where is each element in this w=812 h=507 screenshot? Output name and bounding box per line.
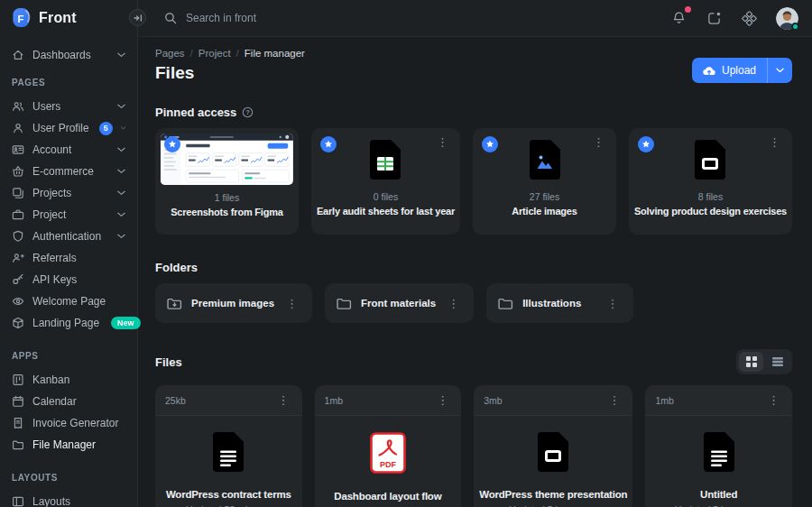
folder-card-illustrations[interactable]: Illustrations ⋮ (486, 283, 632, 323)
bell-icon (671, 11, 687, 26)
pinned-card-article-images[interactable]: ⋮ 27 files Article images (473, 128, 616, 235)
google-slides-icon (538, 432, 568, 472)
brand-logo[interactable]: F Front (0, 8, 137, 28)
sidebar-item-label: User Profile (32, 122, 89, 134)
briefcase-icon (12, 208, 24, 221)
notifications-button[interactable] (670, 10, 687, 26)
card-menu-button[interactable]: ⋮ (434, 134, 451, 150)
card-menu-button[interactable]: ⋮ (766, 134, 783, 150)
sidebar-item-kanban[interactable]: Kanban (0, 369, 137, 391)
search-input[interactable] (186, 12, 384, 24)
file-title: Dashboard layout flow (328, 491, 447, 502)
sidebar-item-projects[interactable]: Projects (0, 182, 137, 204)
main-content: Pages / Project / File manager Files Upl… (138, 36, 812, 507)
file-size: 3mb (484, 395, 502, 406)
file-menu-button[interactable]: ⋮ (275, 392, 292, 408)
global-search[interactable] (164, 12, 384, 24)
sidebar-item-label: E-commerce (32, 165, 94, 178)
upload-split-button: Upload (692, 58, 792, 83)
breadcrumb-project[interactable]: Project (198, 48, 231, 59)
sidebar-item-landing-page[interactable]: Landing Page New (0, 312, 137, 334)
image-file-icon (530, 140, 560, 180)
chevron-down-icon (117, 212, 125, 217)
folders-grid: Premium images ⋮ Front materials ⋮ Illus… (155, 283, 792, 323)
sidebar-item-label: Calendar (32, 395, 77, 408)
folder-icon (12, 438, 24, 451)
pin-star-badge[interactable] (638, 136, 654, 152)
chevron-down-icon (117, 52, 125, 58)
sidebar-item-api-keys[interactable]: API Keys (0, 269, 137, 290)
upload-button[interactable]: Upload (692, 58, 767, 83)
grid-view-button[interactable] (739, 352, 763, 372)
people-icon (12, 100, 24, 113)
pinned-card-audit-sheets[interactable]: ⋮ 0 files Early audit sheets for last ye… (311, 128, 460, 235)
chevron-down-icon (117, 190, 125, 196)
top-navbar: F Front (0, 0, 812, 36)
list-view-button[interactable] (765, 352, 789, 372)
folder-card-front-materials[interactable]: Front materials ⋮ (325, 283, 474, 323)
file-title: WordPress contract terms (161, 489, 297, 500)
pinned-card-design-exercises[interactable]: ⋮ 8 files Solving product design exercis… (629, 128, 792, 235)
pin-star-badge[interactable] (482, 136, 498, 152)
sidebar-item-account[interactable]: Account (0, 139, 137, 161)
activity-stream-button[interactable] (706, 10, 722, 26)
sidebar-item-label: Invoice Generator (32, 417, 118, 429)
folder-menu-button[interactable]: ⋮ (445, 296, 462, 311)
folder-menu-button[interactable]: ⋮ (283, 296, 300, 311)
apps-launcher-button[interactable] (741, 10, 757, 26)
calendar-icon (12, 395, 24, 408)
sidebar-item-ecommerce[interactable]: E-commerce (0, 161, 137, 182)
sidebar-item-layouts[interactable]: Layouts (0, 491, 137, 507)
star-icon (641, 140, 651, 149)
folder-name: Premium images (191, 298, 274, 309)
breadcrumb-pages[interactable]: Pages (155, 48, 185, 59)
layout-icon (12, 495, 24, 507)
file-card-theme-presentation[interactable]: 3mb ⋮ WordPress theme presentation Updat… (474, 385, 632, 507)
file-menu-button[interactable]: ⋮ (765, 392, 782, 408)
sidebar-item-authentication[interactable]: Authentication (0, 226, 137, 247)
sidebar-item-label: Landing Page (32, 317, 99, 329)
file-menu-button[interactable]: ⋮ (434, 392, 451, 408)
sidebar-section-pages: PAGES (0, 78, 137, 88)
folder-name: Front materials (361, 298, 436, 309)
help-icon[interactable]: ? (242, 106, 254, 118)
file-card-untitled[interactable]: 1mb ⋮ Untitled Updated 5 hours ago (645, 385, 792, 507)
folder-download-icon (167, 297, 182, 310)
pdf-file-icon: PDF (370, 432, 406, 474)
sidebar-item-file-manager[interactable]: File Manager (0, 434, 137, 456)
sidebar-item-project[interactable]: Project (0, 204, 137, 226)
app-indicator-icon (706, 11, 722, 26)
search-icon (164, 12, 177, 24)
user-avatar[interactable] (776, 7, 798, 30)
pin-star-badge[interactable] (320, 136, 337, 152)
card-menu-button[interactable]: ⋮ (590, 134, 607, 150)
star-icon (168, 140, 177, 149)
pinned-access-heading: Pinned access (155, 106, 236, 119)
sidebar-item-label: Users (32, 100, 60, 113)
pinned-card-screenshots[interactable]: 1 files Screenshots from Figma (155, 128, 299, 235)
folder-menu-button[interactable]: ⋮ (604, 296, 622, 311)
folder-card-premium-images[interactable]: Premium images ⋮ (155, 283, 312, 323)
file-menu-button[interactable]: ⋮ (605, 392, 623, 408)
stickies-icon (12, 187, 24, 199)
google-slides-icon (695, 140, 725, 180)
chevron-down-icon (117, 234, 125, 239)
view-toggle-group (736, 349, 792, 374)
sidebar-item-calendar[interactable]: Calendar (0, 391, 137, 412)
sidebar-item-dashboards[interactable]: Dashboards (0, 44, 137, 66)
kanban-icon (12, 373, 24, 386)
sidebar-item-invoice-generator[interactable]: Invoice Generator (0, 412, 137, 434)
front-logo-icon: F (12, 8, 32, 28)
sidebar-item-users[interactable]: Users (0, 96, 137, 117)
sidebar-collapse-button[interactable] (129, 9, 146, 26)
file-card-wordpress-contract[interactable]: 25kb ⋮ WordPress contract terms Updated … (155, 385, 302, 507)
person-icon (12, 122, 24, 134)
upload-dropdown-toggle[interactable] (767, 58, 792, 83)
sidebar-item-referrals[interactable]: Referrals (0, 247, 137, 269)
chevron-down-icon (776, 68, 784, 73)
file-card-dashboard-layout[interactable]: 1mb ⋮ PDF Dashboard layout flow Updated … (315, 385, 462, 507)
sidebar-item-welcome-page[interactable]: Welcome Page (0, 290, 137, 312)
sidebar-item-user-profile[interactable]: User Profile 5 (0, 117, 137, 139)
breadcrumb-current: File manager (245, 48, 305, 59)
pin-star-badge[interactable] (164, 136, 180, 152)
